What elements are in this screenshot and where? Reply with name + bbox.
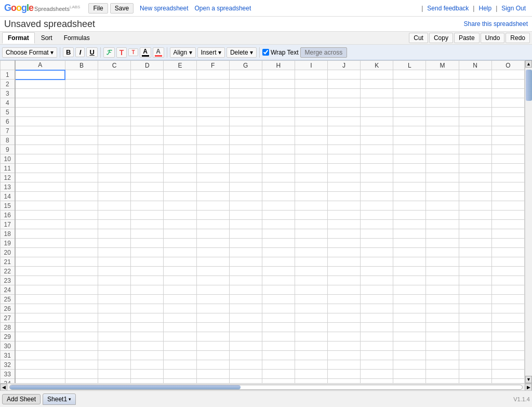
cell-D20[interactable] bbox=[131, 248, 164, 257]
cell-K12[interactable] bbox=[361, 173, 393, 182]
cell-L15[interactable] bbox=[393, 201, 426, 211]
cell-A33[interactable] bbox=[15, 370, 65, 379]
cell-I25[interactable] bbox=[295, 295, 328, 304]
cell-C16[interactable] bbox=[98, 211, 131, 220]
cell-H4[interactable] bbox=[262, 98, 295, 108]
cell-L3[interactable] bbox=[393, 89, 426, 98]
cell-I4[interactable] bbox=[295, 98, 328, 108]
cell-K14[interactable] bbox=[361, 192, 393, 201]
cell-C32[interactable] bbox=[98, 360, 131, 370]
cell-E5[interactable] bbox=[164, 108, 196, 117]
cell-O7[interactable] bbox=[491, 126, 524, 136]
cell-F15[interactable] bbox=[196, 201, 229, 211]
cell-D6[interactable] bbox=[131, 117, 164, 126]
cell-J20[interactable] bbox=[328, 248, 361, 257]
cell-A22[interactable] bbox=[15, 267, 65, 276]
cell-E10[interactable] bbox=[164, 154, 196, 164]
cell-J27[interactable] bbox=[328, 313, 361, 323]
cell-C4[interactable] bbox=[98, 98, 131, 108]
cell-J16[interactable] bbox=[328, 211, 361, 220]
cell-G27[interactable] bbox=[229, 313, 262, 323]
cell-F20[interactable] bbox=[196, 248, 229, 257]
cell-N8[interactable] bbox=[459, 136, 491, 145]
share-link[interactable]: Share this spreadsheet bbox=[464, 20, 528, 28]
cell-O21[interactable] bbox=[491, 257, 524, 267]
cell-A1[interactable] bbox=[15, 70, 65, 80]
cell-L30[interactable] bbox=[393, 342, 426, 351]
cell-F10[interactable] bbox=[196, 154, 229, 164]
sheet1-dropdown-icon[interactable]: ▾ bbox=[69, 397, 71, 402]
cell-G11[interactable] bbox=[229, 164, 262, 173]
cell-O18[interactable] bbox=[491, 229, 524, 239]
cell-N7[interactable] bbox=[459, 126, 491, 136]
cell-L16[interactable] bbox=[393, 211, 426, 220]
bold-button[interactable]: B bbox=[63, 47, 74, 57]
cell-O20[interactable] bbox=[491, 248, 524, 257]
cell-I24[interactable] bbox=[295, 285, 328, 295]
cell-G19[interactable] bbox=[229, 239, 262, 248]
scroll-up-button[interactable]: ▲ bbox=[525, 60, 532, 68]
cell-C10[interactable] bbox=[98, 154, 131, 164]
cell-K21[interactable] bbox=[361, 257, 393, 267]
cell-D10[interactable] bbox=[131, 154, 164, 164]
cell-F24[interactable] bbox=[196, 285, 229, 295]
cell-N26[interactable] bbox=[459, 304, 491, 313]
cell-I5[interactable] bbox=[295, 108, 328, 117]
cell-N12[interactable] bbox=[459, 173, 491, 182]
cell-K9[interactable] bbox=[361, 145, 393, 154]
cell-K24[interactable] bbox=[361, 285, 393, 295]
cell-H10[interactable] bbox=[262, 154, 295, 164]
cell-K2[interactable] bbox=[361, 80, 393, 89]
cell-I32[interactable] bbox=[295, 360, 328, 370]
cell-E23[interactable] bbox=[164, 276, 196, 285]
col-header-H[interactable]: H bbox=[262, 61, 295, 70]
cell-F27[interactable] bbox=[196, 313, 229, 323]
cell-O8[interactable] bbox=[491, 136, 524, 145]
cell-B34[interactable] bbox=[65, 379, 98, 384]
cell-N9[interactable] bbox=[459, 145, 491, 154]
cell-L10[interactable] bbox=[393, 154, 426, 164]
cell-I21[interactable] bbox=[295, 257, 328, 267]
cell-I15[interactable] bbox=[295, 201, 328, 211]
cell-L13[interactable] bbox=[393, 182, 426, 192]
cell-I27[interactable] bbox=[295, 313, 328, 323]
cell-A10[interactable] bbox=[15, 154, 65, 164]
cell-D1[interactable] bbox=[131, 70, 164, 80]
cell-I10[interactable] bbox=[295, 154, 328, 164]
cell-L5[interactable] bbox=[393, 108, 426, 117]
cell-M12[interactable] bbox=[426, 173, 459, 182]
cell-N30[interactable] bbox=[459, 342, 491, 351]
cell-L24[interactable] bbox=[393, 285, 426, 295]
cell-M21[interactable] bbox=[426, 257, 459, 267]
cell-H22[interactable] bbox=[262, 267, 295, 276]
cell-H28[interactable] bbox=[262, 323, 295, 332]
col-header-K[interactable]: K bbox=[361, 61, 393, 70]
cell-B25[interactable] bbox=[65, 295, 98, 304]
cell-E15[interactable] bbox=[164, 201, 196, 211]
cell-B26[interactable] bbox=[65, 304, 98, 313]
cell-G12[interactable] bbox=[229, 173, 262, 182]
cell-B14[interactable] bbox=[65, 192, 98, 201]
cell-M8[interactable] bbox=[426, 136, 459, 145]
cell-O5[interactable] bbox=[491, 108, 524, 117]
cell-D34[interactable] bbox=[131, 379, 164, 384]
cell-E28[interactable] bbox=[164, 323, 196, 332]
cell-L27[interactable] bbox=[393, 313, 426, 323]
cell-A18[interactable] bbox=[15, 229, 65, 239]
cell-G31[interactable] bbox=[229, 351, 262, 360]
cell-M19[interactable] bbox=[426, 239, 459, 248]
cell-H34[interactable] bbox=[262, 379, 295, 384]
cell-A32[interactable] bbox=[15, 360, 65, 370]
cell-M34[interactable] bbox=[426, 379, 459, 384]
cell-J34[interactable] bbox=[328, 379, 361, 384]
undo-button[interactable]: Undo bbox=[481, 33, 505, 43]
cell-B5[interactable] bbox=[65, 108, 98, 117]
cell-M29[interactable] bbox=[426, 332, 459, 342]
cell-H20[interactable] bbox=[262, 248, 295, 257]
cell-C29[interactable] bbox=[98, 332, 131, 342]
cell-C27[interactable] bbox=[98, 313, 131, 323]
cell-N3[interactable] bbox=[459, 89, 491, 98]
open-spreadsheet-link[interactable]: Open a spreadsheet bbox=[195, 5, 251, 12]
cell-F6[interactable] bbox=[196, 117, 229, 126]
cell-G15[interactable] bbox=[229, 201, 262, 211]
